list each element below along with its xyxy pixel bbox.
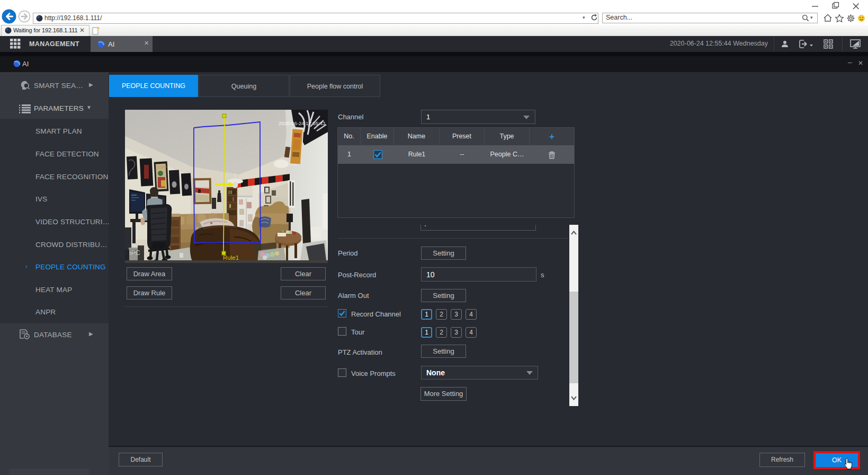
svg-text:2020-06-24 12:55:43: 2020-06-24 12:55:43	[279, 120, 325, 126]
svg-text:IPC: IPC	[129, 249, 140, 257]
svg-text:Rule1: Rule1	[223, 254, 239, 261]
